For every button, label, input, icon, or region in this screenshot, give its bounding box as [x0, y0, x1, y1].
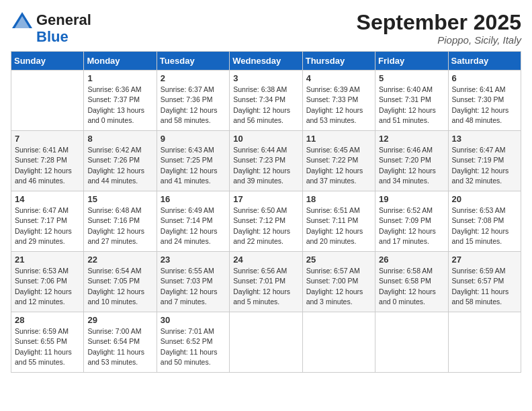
day-number: 13: [452, 134, 517, 144]
calendar-week-row: 14Sunrise: 6:47 AM Sunset: 7:17 PM Dayli…: [11, 191, 521, 252]
calendar-cell: [11, 71, 84, 131]
day-info: Sunrise: 6:55 AM Sunset: 7:03 PM Dayligh…: [161, 266, 226, 307]
day-number: 26: [379, 255, 444, 265]
day-number: 28: [15, 315, 80, 325]
calendar-cell: 6Sunrise: 6:41 AM Sunset: 7:30 PM Daylig…: [448, 71, 521, 131]
day-number: 24: [233, 255, 298, 265]
day-info: Sunrise: 6:36 AM Sunset: 7:37 PM Dayligh…: [87, 85, 152, 126]
calendar-cell: 9Sunrise: 6:43 AM Sunset: 7:25 PM Daylig…: [157, 131, 229, 191]
calendar-cell: 26Sunrise: 6:58 AM Sunset: 6:58 PM Dayli…: [375, 252, 448, 312]
calendar-cell: 7Sunrise: 6:41 AM Sunset: 7:28 PM Daylig…: [11, 131, 84, 191]
calendar-cell: 23Sunrise: 6:55 AM Sunset: 7:03 PM Dayli…: [157, 252, 229, 312]
calendar-week-row: 1Sunrise: 6:36 AM Sunset: 7:37 PM Daylig…: [11, 71, 521, 131]
calendar-cell: 13Sunrise: 6:47 AM Sunset: 7:19 PM Dayli…: [448, 131, 521, 191]
weekday-header: Friday: [375, 52, 448, 71]
day-number: 19: [379, 194, 444, 204]
calendar-cell: [448, 312, 521, 373]
day-number: 9: [161, 134, 226, 144]
calendar-cell: 3Sunrise: 6:38 AM Sunset: 7:34 PM Daylig…: [230, 71, 302, 131]
day-info: Sunrise: 6:47 AM Sunset: 7:19 PM Dayligh…: [452, 145, 517, 186]
calendar-cell: 10Sunrise: 6:44 AM Sunset: 7:23 PM Dayli…: [230, 131, 302, 191]
day-info: Sunrise: 6:43 AM Sunset: 7:25 PM Dayligh…: [161, 145, 226, 186]
logo-icon: [11, 11, 34, 30]
day-info: Sunrise: 6:45 AM Sunset: 7:22 PM Dayligh…: [306, 145, 371, 186]
day-number: 2: [161, 73, 226, 83]
calendar-cell: 27Sunrise: 6:59 AM Sunset: 6:57 PM Dayli…: [448, 252, 521, 312]
day-number: 21: [15, 255, 80, 265]
calendar-cell: 12Sunrise: 6:46 AM Sunset: 7:20 PM Dayli…: [375, 131, 448, 191]
day-info: Sunrise: 6:57 AM Sunset: 7:00 PM Dayligh…: [306, 266, 371, 307]
calendar-cell: 15Sunrise: 6:48 AM Sunset: 7:16 PM Dayli…: [84, 191, 157, 252]
calendar-cell: 25Sunrise: 6:57 AM Sunset: 7:00 PM Dayli…: [302, 252, 375, 312]
logo: General Blue: [11, 11, 91, 44]
day-info: Sunrise: 6:58 AM Sunset: 6:58 PM Dayligh…: [379, 266, 444, 307]
day-info: Sunrise: 6:41 AM Sunset: 7:28 PM Dayligh…: [15, 145, 80, 186]
day-info: Sunrise: 6:47 AM Sunset: 7:17 PM Dayligh…: [15, 205, 80, 246]
day-number: 30: [161, 315, 226, 325]
day-number: 16: [161, 194, 226, 204]
calendar-cell: [375, 312, 448, 373]
calendar-cell: 11Sunrise: 6:45 AM Sunset: 7:22 PM Dayli…: [302, 131, 375, 191]
calendar-cell: 21Sunrise: 6:53 AM Sunset: 7:06 PM Dayli…: [11, 252, 84, 312]
calendar-cell: 30Sunrise: 7:01 AM Sunset: 6:52 PM Dayli…: [157, 312, 229, 373]
day-number: 29: [87, 315, 152, 325]
calendar-cell: 1Sunrise: 6:36 AM Sunset: 7:37 PM Daylig…: [84, 71, 157, 131]
day-number: 4: [306, 73, 371, 83]
day-info: Sunrise: 7:01 AM Sunset: 6:52 PM Dayligh…: [161, 326, 226, 367]
day-info: Sunrise: 6:59 AM Sunset: 6:57 PM Dayligh…: [452, 266, 517, 307]
day-info: Sunrise: 6:38 AM Sunset: 7:34 PM Dayligh…: [233, 85, 298, 126]
calendar-cell: 29Sunrise: 7:00 AM Sunset: 6:54 PM Dayli…: [84, 312, 157, 373]
day-number: 3: [233, 73, 298, 83]
calendar-cell: [230, 312, 302, 373]
day-number: 10: [233, 134, 298, 144]
day-info: Sunrise: 6:39 AM Sunset: 7:33 PM Dayligh…: [306, 85, 371, 126]
day-info: Sunrise: 6:50 AM Sunset: 7:12 PM Dayligh…: [233, 205, 298, 246]
calendar-cell: 4Sunrise: 6:39 AM Sunset: 7:33 PM Daylig…: [302, 71, 375, 131]
day-info: Sunrise: 6:51 AM Sunset: 7:11 PM Dayligh…: [306, 205, 371, 246]
day-number: 7: [15, 134, 80, 144]
day-info: Sunrise: 6:54 AM Sunset: 7:05 PM Dayligh…: [87, 266, 152, 307]
weekday-header: Saturday: [448, 52, 521, 71]
weekday-header: Wednesday: [230, 52, 302, 71]
title-area: September 2025 Pioppo, Sicily, Italy: [357, 11, 521, 46]
weekday-header: Thursday: [302, 52, 375, 71]
calendar-cell: 28Sunrise: 6:59 AM Sunset: 6:55 PM Dayli…: [11, 312, 84, 373]
calendar-week-row: 28Sunrise: 6:59 AM Sunset: 6:55 PM Dayli…: [11, 312, 521, 373]
day-number: 14: [15, 194, 80, 204]
day-info: Sunrise: 6:56 AM Sunset: 7:01 PM Dayligh…: [233, 266, 298, 307]
day-number: 27: [452, 255, 517, 265]
day-info: Sunrise: 6:59 AM Sunset: 6:55 PM Dayligh…: [15, 326, 80, 367]
day-number: 15: [87, 194, 152, 204]
day-info: Sunrise: 6:46 AM Sunset: 7:20 PM Dayligh…: [379, 145, 444, 186]
calendar-cell: 17Sunrise: 6:50 AM Sunset: 7:12 PM Dayli…: [230, 191, 302, 252]
weekday-header-row: SundayMondayTuesdayWednesdayThursdayFrid…: [11, 52, 521, 71]
calendar-cell: [302, 312, 375, 373]
day-number: 18: [306, 194, 371, 204]
day-info: Sunrise: 6:40 AM Sunset: 7:31 PM Dayligh…: [379, 85, 444, 126]
day-number: 5: [379, 73, 444, 83]
day-info: Sunrise: 6:37 AM Sunset: 7:36 PM Dayligh…: [161, 85, 226, 126]
weekday-header: Monday: [84, 52, 157, 71]
calendar-cell: 2Sunrise: 6:37 AM Sunset: 7:36 PM Daylig…: [157, 71, 229, 131]
day-number: 23: [161, 255, 226, 265]
day-info: Sunrise: 6:52 AM Sunset: 7:09 PM Dayligh…: [379, 205, 444, 246]
calendar-week-row: 21Sunrise: 6:53 AM Sunset: 7:06 PM Dayli…: [11, 252, 521, 312]
day-info: Sunrise: 6:41 AM Sunset: 7:30 PM Dayligh…: [452, 85, 517, 126]
calendar-table: SundayMondayTuesdayWednesdayThursdayFrid…: [11, 51, 521, 373]
calendar-cell: 16Sunrise: 6:49 AM Sunset: 7:14 PM Dayli…: [157, 191, 229, 252]
calendar-cell: 24Sunrise: 6:56 AM Sunset: 7:01 PM Dayli…: [230, 252, 302, 312]
day-number: 22: [87, 255, 152, 265]
day-number: 20: [452, 194, 517, 204]
calendar-cell: 22Sunrise: 6:54 AM Sunset: 7:05 PM Dayli…: [84, 252, 157, 312]
month-title: September 2025: [357, 11, 521, 34]
calendar-cell: 14Sunrise: 6:47 AM Sunset: 7:17 PM Dayli…: [11, 191, 84, 252]
day-info: Sunrise: 6:44 AM Sunset: 7:23 PM Dayligh…: [233, 145, 298, 186]
logo-blue: Blue: [36, 30, 69, 44]
page-header: General Blue September 2025 Pioppo, Sici…: [11, 11, 521, 46]
day-info: Sunrise: 6:48 AM Sunset: 7:16 PM Dayligh…: [87, 205, 152, 246]
day-number: 1: [87, 73, 152, 83]
calendar-cell: 5Sunrise: 6:40 AM Sunset: 7:31 PM Daylig…: [375, 71, 448, 131]
location: Pioppo, Sicily, Italy: [357, 34, 521, 46]
weekday-header: Tuesday: [157, 52, 229, 71]
calendar-cell: 20Sunrise: 6:53 AM Sunset: 7:08 PM Dayli…: [448, 191, 521, 252]
